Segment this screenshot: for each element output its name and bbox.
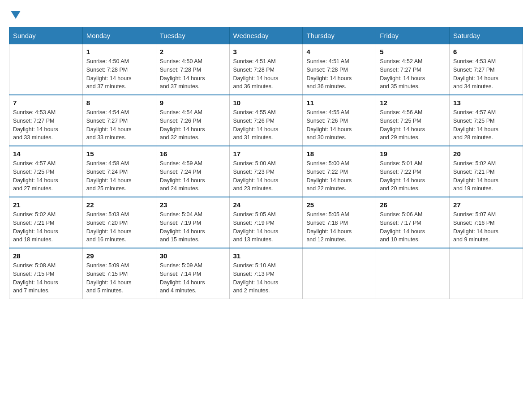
calendar-cell (9, 44, 83, 95)
page-header (9, 9, 523, 18)
calendar-cell: 23Sunrise: 5:04 AM Sunset: 7:19 PM Dayli… (156, 197, 229, 248)
day-info: Sunrise: 5:04 AM Sunset: 7:19 PM Dayligh… (160, 210, 226, 244)
calendar-cell (303, 248, 376, 299)
calendar-week-row: 7Sunrise: 4:53 AM Sunset: 7:27 PM Daylig… (9, 95, 523, 146)
day-number: 7 (13, 99, 79, 107)
day-number: 13 (453, 99, 519, 107)
calendar-cell: 11Sunrise: 4:55 AM Sunset: 7:26 PM Dayli… (303, 95, 376, 146)
calendar-cell: 8Sunrise: 4:54 AM Sunset: 7:27 PM Daylig… (82, 95, 156, 146)
calendar-cell: 4Sunrise: 4:51 AM Sunset: 7:28 PM Daylig… (303, 44, 376, 95)
day-number: 18 (306, 150, 372, 158)
day-info: Sunrise: 5:06 AM Sunset: 7:17 PM Dayligh… (380, 210, 446, 244)
day-info: Sunrise: 5:02 AM Sunset: 7:21 PM Dayligh… (453, 159, 519, 193)
calendar-cell: 21Sunrise: 5:02 AM Sunset: 7:21 PM Dayli… (9, 197, 83, 248)
day-number: 20 (453, 150, 519, 158)
day-number: 10 (233, 99, 299, 107)
day-info: Sunrise: 4:52 AM Sunset: 7:27 PM Dayligh… (380, 57, 446, 91)
calendar-cell: 3Sunrise: 4:51 AM Sunset: 7:28 PM Daylig… (229, 44, 303, 95)
day-info: Sunrise: 4:50 AM Sunset: 7:28 PM Dayligh… (86, 57, 152, 91)
calendar-cell: 26Sunrise: 5:06 AM Sunset: 7:17 PM Dayli… (376, 197, 450, 248)
logo-triangle-icon (11, 11, 21, 20)
day-number: 6 (453, 48, 519, 56)
day-info: Sunrise: 4:59 AM Sunset: 7:24 PM Dayligh… (160, 159, 226, 193)
day-number: 16 (160, 150, 226, 158)
calendar-cell: 27Sunrise: 5:07 AM Sunset: 7:16 PM Dayli… (450, 197, 523, 248)
day-number: 12 (380, 99, 446, 107)
day-number: 31 (233, 252, 299, 260)
calendar-cell: 9Sunrise: 4:54 AM Sunset: 7:26 PM Daylig… (156, 95, 229, 146)
day-info: Sunrise: 5:05 AM Sunset: 7:18 PM Dayligh… (306, 210, 372, 244)
calendar-cell: 29Sunrise: 5:09 AM Sunset: 7:15 PM Dayli… (82, 248, 156, 299)
day-number: 2 (160, 48, 226, 56)
calendar-cell: 10Sunrise: 4:55 AM Sunset: 7:26 PM Dayli… (229, 95, 303, 146)
day-number: 25 (306, 201, 372, 209)
calendar-cell: 13Sunrise: 4:57 AM Sunset: 7:25 PM Dayli… (450, 95, 523, 146)
day-info: Sunrise: 4:53 AM Sunset: 7:27 PM Dayligh… (453, 57, 519, 91)
calendar-cell: 1Sunrise: 4:50 AM Sunset: 7:28 PM Daylig… (82, 44, 156, 95)
column-header-tuesday: Tuesday (156, 27, 229, 44)
day-info: Sunrise: 4:51 AM Sunset: 7:28 PM Dayligh… (306, 57, 372, 91)
day-number: 27 (453, 201, 519, 209)
day-info: Sunrise: 5:10 AM Sunset: 7:13 PM Dayligh… (233, 261, 299, 295)
calendar-header-row: SundayMondayTuesdayWednesdayThursdayFrid… (9, 27, 523, 44)
day-info: Sunrise: 5:09 AM Sunset: 7:15 PM Dayligh… (86, 261, 152, 295)
calendar-cell: 7Sunrise: 4:53 AM Sunset: 7:27 PM Daylig… (9, 95, 83, 146)
calendar-week-row: 1Sunrise: 4:50 AM Sunset: 7:28 PM Daylig… (9, 44, 523, 95)
day-number: 26 (380, 201, 446, 209)
day-number: 4 (306, 48, 372, 56)
day-number: 14 (13, 150, 79, 158)
day-number: 22 (86, 201, 152, 209)
calendar-cell: 28Sunrise: 5:08 AM Sunset: 7:15 PM Dayli… (9, 248, 83, 299)
calendar-cell: 22Sunrise: 5:03 AM Sunset: 7:20 PM Dayli… (82, 197, 156, 248)
day-info: Sunrise: 4:50 AM Sunset: 7:28 PM Dayligh… (160, 57, 226, 91)
day-info: Sunrise: 5:00 AM Sunset: 7:22 PM Dayligh… (306, 159, 372, 193)
calendar-cell: 16Sunrise: 4:59 AM Sunset: 7:24 PM Dayli… (156, 146, 229, 197)
calendar-cell: 15Sunrise: 4:58 AM Sunset: 7:24 PM Dayli… (82, 146, 156, 197)
column-header-wednesday: Wednesday (229, 27, 303, 44)
day-number: 19 (380, 150, 446, 158)
day-number: 21 (13, 201, 79, 209)
calendar-cell: 31Sunrise: 5:10 AM Sunset: 7:13 PM Dayli… (229, 248, 303, 299)
day-info: Sunrise: 4:54 AM Sunset: 7:26 PM Dayligh… (160, 108, 226, 142)
calendar-cell: 25Sunrise: 5:05 AM Sunset: 7:18 PM Dayli… (303, 197, 376, 248)
day-info: Sunrise: 4:57 AM Sunset: 7:25 PM Dayligh… (453, 108, 519, 142)
calendar-cell: 14Sunrise: 4:57 AM Sunset: 7:25 PM Dayli… (9, 146, 83, 197)
svg-marker-0 (11, 11, 21, 19)
day-info: Sunrise: 4:55 AM Sunset: 7:26 PM Dayligh… (233, 108, 299, 142)
column-header-sunday: Sunday (9, 27, 83, 44)
day-number: 28 (13, 252, 79, 260)
column-header-friday: Friday (376, 27, 450, 44)
day-number: 11 (306, 99, 372, 107)
day-info: Sunrise: 5:05 AM Sunset: 7:19 PM Dayligh… (233, 210, 299, 244)
calendar-cell: 2Sunrise: 4:50 AM Sunset: 7:28 PM Daylig… (156, 44, 229, 95)
day-info: Sunrise: 4:53 AM Sunset: 7:27 PM Dayligh… (13, 108, 79, 142)
day-number: 29 (86, 252, 152, 260)
calendar-cell: 6Sunrise: 4:53 AM Sunset: 7:27 PM Daylig… (450, 44, 523, 95)
day-info: Sunrise: 4:58 AM Sunset: 7:24 PM Dayligh… (86, 159, 152, 193)
calendar-cell: 24Sunrise: 5:05 AM Sunset: 7:19 PM Dayli… (229, 197, 303, 248)
calendar-cell: 19Sunrise: 5:01 AM Sunset: 7:22 PM Dayli… (376, 146, 450, 197)
day-number: 8 (86, 99, 152, 107)
calendar-cell: 18Sunrise: 5:00 AM Sunset: 7:22 PM Dayli… (303, 146, 376, 197)
day-number: 15 (86, 150, 152, 158)
calendar-week-row: 28Sunrise: 5:08 AM Sunset: 7:15 PM Dayli… (9, 248, 523, 299)
calendar-cell (376, 248, 450, 299)
day-number: 9 (160, 99, 226, 107)
day-info: Sunrise: 4:56 AM Sunset: 7:25 PM Dayligh… (380, 108, 446, 142)
day-number: 5 (380, 48, 446, 56)
day-info: Sunrise: 5:02 AM Sunset: 7:21 PM Dayligh… (13, 210, 79, 244)
day-info: Sunrise: 5:08 AM Sunset: 7:15 PM Dayligh… (13, 261, 79, 295)
calendar-week-row: 21Sunrise: 5:02 AM Sunset: 7:21 PM Dayli… (9, 197, 523, 248)
day-number: 17 (233, 150, 299, 158)
calendar-cell: 17Sunrise: 5:00 AM Sunset: 7:23 PM Dayli… (229, 146, 303, 197)
day-info: Sunrise: 4:55 AM Sunset: 7:26 PM Dayligh… (306, 108, 372, 142)
calendar-cell: 20Sunrise: 5:02 AM Sunset: 7:21 PM Dayli… (450, 146, 523, 197)
day-info: Sunrise: 4:54 AM Sunset: 7:27 PM Dayligh… (86, 108, 152, 142)
day-number: 23 (160, 201, 226, 209)
calendar-cell: 12Sunrise: 4:56 AM Sunset: 7:25 PM Dayli… (376, 95, 450, 146)
column-header-saturday: Saturday (450, 27, 523, 44)
day-info: Sunrise: 4:57 AM Sunset: 7:25 PM Dayligh… (13, 159, 79, 193)
calendar-week-row: 14Sunrise: 4:57 AM Sunset: 7:25 PM Dayli… (9, 146, 523, 197)
day-info: Sunrise: 5:01 AM Sunset: 7:22 PM Dayligh… (380, 159, 446, 193)
day-number: 3 (233, 48, 299, 56)
